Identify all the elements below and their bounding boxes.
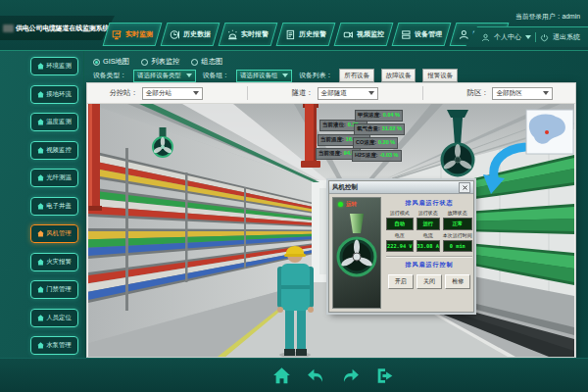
user-menu-bar: 个人中心 退出系统 (466, 26, 588, 47)
home-icon (37, 147, 44, 154)
dialog-title-bar[interactable]: 风机控制 (329, 181, 473, 194)
led-label: 运转 (346, 201, 357, 208)
exit-button[interactable] (374, 366, 395, 386)
forward-arrow-button[interactable] (340, 366, 361, 386)
history-alarm-icon (285, 29, 296, 40)
device-type-select[interactable]: 请选择设备类型 (133, 70, 196, 82)
main-nav-tabs: 实时监测 历史数据 实时报警 历史报警 视频监控 设备管理 (106, 23, 506, 46)
home-icon (37, 203, 44, 210)
fan-illustration (335, 210, 378, 290)
chevron-down-icon (368, 91, 374, 95)
tab-history-data[interactable]: 历史数据 (161, 23, 220, 46)
sidebar-item-manhole-cover[interactable]: 电子井盖 (30, 197, 78, 216)
realtime-alarm-icon (227, 29, 238, 40)
fan-stop-button[interactable]: 关闭 (416, 274, 442, 289)
fan-overhaul-button[interactable]: 检修 (445, 274, 470, 289)
chevron-down-icon (543, 91, 549, 95)
radio-scada-view[interactable]: 组态图 (191, 57, 222, 67)
video-monitor-icon (343, 29, 354, 40)
sidebar-item-temp-monitor[interactable]: 温度监测 (30, 113, 78, 131)
person-icon (481, 33, 490, 42)
device-list-all-button[interactable]: 所有设备 (339, 69, 374, 82)
chevron-down-icon (193, 91, 199, 95)
device-list-fault-button[interactable]: 故障设备 (381, 69, 416, 82)
fan-status-panel: 排风扇运行状态 运行模式 运行状态 故障状态 自动 运行 正常 电压 电流 本次… (384, 197, 474, 309)
redacted-company-name (3, 24, 14, 32)
substation-filter: 分控站： 全部分站 (110, 87, 203, 100)
home-icon (37, 63, 44, 70)
sidebar: 环境监测 接地环流 温度监测 视频监控 光纤测温 电子井盖 风机管理 火灾报警 … (0, 51, 84, 358)
device-filter-row: 设备类型： 请选择设备类型 设备组： 请选择设备组 设备列表： 所有设备 故障设… (93, 69, 458, 82)
radio-gis-map[interactable]: GIS地图 (93, 57, 129, 67)
current-value: 33.08 A (416, 240, 440, 252)
tunnel-select[interactable]: 全部隧道 (318, 87, 378, 100)
sidebar-item-fiber-temp[interactable]: 光纤测温 (30, 169, 78, 187)
control-header: 排风扇运行控制 (386, 261, 472, 270)
dialog-title: 风机控制 (332, 183, 358, 192)
power-icon (540, 33, 549, 42)
fault-state-value: 正常 (443, 218, 472, 230)
chevron-down-icon (282, 74, 288, 77)
device-type-label: 设备类型： (93, 71, 126, 80)
tab-realtime-monitor[interactable]: 实时监测 (103, 23, 163, 46)
chevron-down-icon (525, 35, 531, 39)
dialog-body: 运转 (329, 194, 473, 312)
sidebar-item-access-control[interactable]: 门禁管理 (30, 280, 78, 299)
main-content-panel: 分控站： 全部分站 隧道： 全部隧道 防区： 全部防区 (86, 82, 576, 358)
device-group-select[interactable]: 请选择设备组 (236, 70, 292, 82)
fan-start-button[interactable]: 开启 (388, 274, 414, 289)
run-state-value: 运行 (416, 218, 440, 230)
home-icon (37, 119, 44, 125)
status-header: 排风扇运行状态 (386, 199, 472, 208)
sidebar-item-personnel-location[interactable]: 人员定位 (30, 309, 78, 327)
home-icon (37, 230, 44, 237)
tab-history-alarm[interactable]: 历史报警 (276, 23, 336, 46)
profile-menu[interactable]: 个人中心 (494, 32, 521, 42)
sidebar-item-grounding-current[interactable]: 接地环流 (30, 85, 78, 104)
sidebar-item-env-monitor[interactable]: 环境监测 (30, 57, 78, 75)
divider (535, 32, 536, 42)
device-list-alarm-button[interactable]: 报警设备 (422, 69, 458, 82)
tab-video-monitor[interactable]: 视频监控 (334, 23, 394, 46)
sidebar-item-fan-manage[interactable]: 风机管理 (30, 224, 78, 243)
radio-list-monitor[interactable]: 列表监控 (141, 57, 179, 67)
tunnel-3d-viewport[interactable]: 当前液位:0.32 m 当前温度:16.80 ℃ 当前湿度:94.92 甲烷浓度… (88, 104, 574, 357)
station-filter-row: 分控站： 全部分站 隧道： 全部隧道 防区： 全部防区 (87, 83, 575, 104)
logout-button[interactable]: 退出系统 (553, 32, 580, 42)
home-icon (37, 259, 44, 266)
run-mode-value: 自动 (386, 218, 414, 230)
sidebar-item-pump-manage[interactable]: 水泵管理 (30, 336, 78, 355)
divider (247, 86, 248, 100)
sidebar-item-fire-alarm[interactable]: 火灾报警 (30, 253, 78, 271)
divider (386, 256, 472, 258)
tab-realtime-alarm[interactable]: 实时报警 (219, 23, 278, 46)
bottom-nav-bar (0, 358, 588, 392)
radio-icon (141, 59, 148, 66)
device-group-label: 设备组： (203, 71, 229, 80)
fan-illustration-panel: 运转 (332, 197, 381, 309)
zone-filter: 防区： 全部防区 (467, 87, 554, 100)
radio-icon (191, 59, 198, 66)
chevron-down-icon (186, 74, 192, 77)
home-icon (37, 342, 44, 349)
voltage-value: 222.94 V (386, 240, 414, 252)
zone-select[interactable]: 全部防区 (492, 87, 553, 100)
sidebar-item-video-monitor[interactable]: 视频监控 (30, 141, 78, 160)
substation-select[interactable]: 全部分站 (142, 87, 203, 100)
running-led-icon (338, 202, 343, 207)
home-button[interactable] (271, 366, 292, 386)
user-manage-icon (459, 29, 469, 40)
fan-status-led-row: 运转 (338, 201, 380, 208)
home-icon (37, 174, 44, 181)
china-map-thumbnail[interactable] (526, 110, 573, 154)
history-data-icon (170, 29, 180, 40)
red-pipe-left (88, 104, 102, 211)
device-list-label: 设备列表： (299, 71, 332, 80)
home-icon (37, 315, 44, 321)
close-icon[interactable] (459, 182, 470, 193)
home-icon (37, 286, 44, 293)
device-manage-icon (401, 29, 412, 40)
tab-device-manage[interactable]: 设备管理 (392, 23, 452, 46)
back-arrow-button[interactable] (306, 366, 326, 386)
app-window: 供电公司电缆隧道在线监测系统 实时监测 历史数据 实时报警 历史报警 视频监控 (0, 0, 588, 392)
